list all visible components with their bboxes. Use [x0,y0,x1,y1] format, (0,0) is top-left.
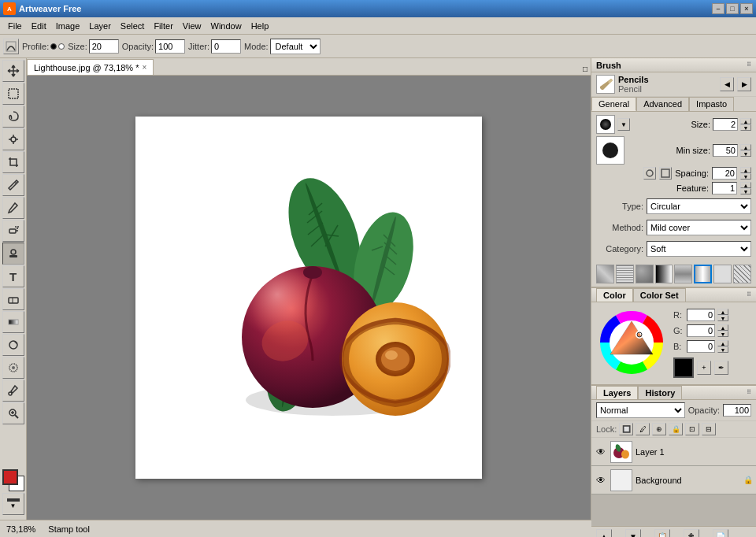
tool-text[interactable]: T [2,265,24,287]
brush-size-up[interactable]: ▲ [740,118,751,124]
g-down[interactable]: ▼ [717,331,728,337]
size-input[interactable] [89,39,119,54]
foreground-color-swatch[interactable] [2,469,18,485]
texture-swatch-selected[interactable] [694,265,712,283]
layer-visibility-1[interactable]: 👁 [595,446,607,458]
spacing-icon-btn[interactable] [643,167,656,180]
canvas-expand-btn[interactable]: □ [580,63,591,75]
lock-extra-btn[interactable]: ⊡ [685,423,699,435]
brush-prev-btn[interactable]: ◀ [720,77,734,91]
tool-move[interactable] [2,60,24,82]
lock-all-btn[interactable]: 🔒 [669,423,683,435]
tool-eyedropper[interactable] [2,380,24,402]
tool-zoom[interactable] [2,402,24,424]
r-down[interactable]: ▼ [717,315,728,321]
tool-lasso[interactable] [2,106,24,128]
b-down[interactable]: ▼ [717,346,728,353]
layer-move-up-btn[interactable]: ▲ [596,529,612,537]
main-color-swatch[interactable] [673,357,694,378]
menu-item-image[interactable]: Image [51,20,85,32]
profile-icon-btn[interactable] [3,39,19,54]
tool-crop[interactable] [2,151,24,173]
opacity-input[interactable] [155,39,185,54]
layer-move-down-btn[interactable]: ▼ [625,529,641,537]
texture-swatch-5[interactable] [674,265,692,283]
texture-swatch-1[interactable] [596,265,614,283]
texture-swatch-4[interactable] [655,265,673,283]
tool-dodge[interactable] [2,334,24,356]
maximize-button[interactable]: □ [726,3,739,14]
brush-tab-advanced[interactable]: Advanced [636,97,689,111]
feature-down[interactable]: ▼ [740,188,751,194]
lock-paint-btn[interactable]: 🖊 [636,423,650,435]
menu-item-file[interactable]: File [3,20,27,32]
brush-tab-general[interactable]: General [591,97,636,111]
canvas-tab[interactable]: Lighthouse.jpg @ 73,18% * × [27,59,154,75]
lock-extra2-btn[interactable]: ⊟ [702,423,716,435]
layers-tab-layers[interactable]: Layers [596,386,638,399]
texture-swatch-3[interactable] [636,265,654,283]
menu-item-filter[interactable]: Filter [149,20,177,32]
feature-up[interactable]: ▲ [740,182,751,188]
brush-size-down[interactable]: ▼ [740,124,751,131]
eyedropper-color-btn[interactable]: ✒ [714,361,728,375]
blend-mode-select[interactable]: Normal Multiply Screen [596,402,685,418]
canvas-tab-close[interactable]: × [142,63,146,72]
brush-arrow-btn[interactable]: ▼ [617,118,630,131]
mode-select[interactable]: Default Multiply Screen [270,39,321,54]
opacity-input[interactable] [723,404,751,417]
menu-item-window[interactable]: Window [206,20,246,32]
spacing-input[interactable] [712,167,737,180]
menu-item-help[interactable]: Help [246,20,274,32]
texture-swatch-2[interactable] [616,265,634,283]
tool-pencil[interactable] [2,197,24,219]
b-up[interactable]: ▲ [717,340,728,346]
layer-visibility-bg[interactable]: 👁 [595,474,607,487]
minimize-button[interactable]: – [712,3,724,14]
method-select[interactable]: Mild cover Full cover [647,220,751,235]
feature-input[interactable] [712,182,737,194]
category-select[interactable]: Soft Hard [647,241,751,257]
color-tab-colorset[interactable]: Color Set [633,288,686,302]
min-size-down[interactable]: ▼ [740,150,751,157]
add-color-btn[interactable]: + [697,361,711,375]
layer-delete-btn[interactable]: 🗑 [684,529,699,537]
tool-stamp[interactable] [2,243,24,265]
menu-item-view[interactable]: View [178,20,206,32]
spacing-icon2-btn[interactable] [659,167,672,180]
tool-magic-wand[interactable] [2,128,24,150]
type-select[interactable]: Circular Square [647,198,751,214]
r-up[interactable]: ▲ [717,309,728,315]
layer-item-1[interactable]: 👁 Layer 1 [591,438,756,466]
menu-item-select[interactable]: Select [116,20,150,32]
jitter-input[interactable] [211,39,241,54]
color-tab-color[interactable]: Color [596,288,633,302]
layer-duplicate-btn[interactable]: 📋 [654,529,670,537]
lock-transparency-btn[interactable]: 🔲 [619,423,633,435]
texture-swatch-8[interactable] [733,265,751,283]
layer-item-background[interactable]: 👁 Background 🔒 [591,466,756,494]
close-button[interactable]: × [740,3,753,14]
tool-brush[interactable] [2,174,24,196]
r-input[interactable] [687,309,715,321]
min-size-input[interactable] [713,144,738,157]
layers-tab-history[interactable]: History [638,386,682,399]
brush-tab-impasto[interactable]: Impasto [689,97,734,111]
menu-item-layer[interactable]: Layer [84,20,116,32]
spacing-up[interactable]: ▲ [740,167,751,173]
tool-airbrush[interactable] [2,220,24,242]
b-input[interactable] [687,340,715,353]
min-size-up[interactable]: ▲ [740,144,751,150]
menu-item-edit[interactable]: Edit [27,20,51,32]
brush-size-input[interactable] [713,118,738,131]
layer-new-btn[interactable]: 📄 [713,529,728,537]
brush-mode-toggle[interactable]: ▼ [2,493,24,515]
texture-swatch-7[interactable] [713,265,732,283]
tool-select[interactable] [2,83,24,105]
tool-gradient[interactable] [2,311,24,333]
tool-blur[interactable] [2,357,24,379]
brush-next-btn[interactable]: ▶ [737,77,751,91]
g-up[interactable]: ▲ [717,324,728,331]
spacing-down[interactable]: ▼ [740,173,751,180]
lock-position-btn[interactable]: ⊕ [652,423,666,435]
